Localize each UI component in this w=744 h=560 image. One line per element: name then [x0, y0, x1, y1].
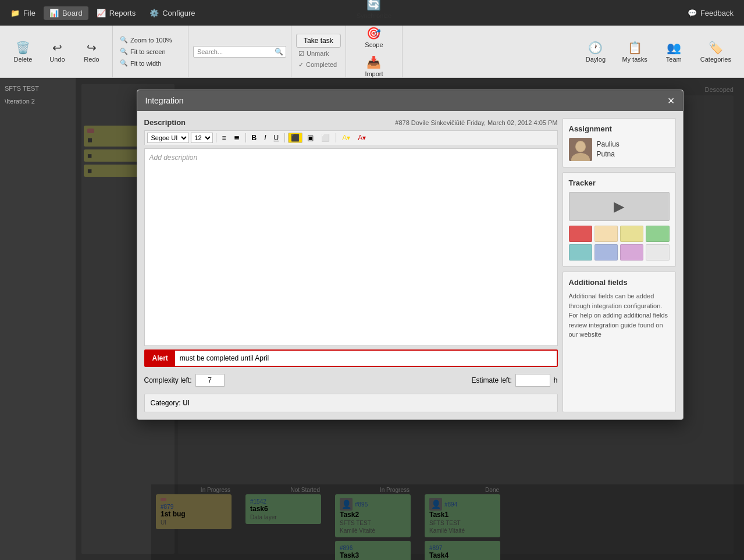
modal-title: Integration [145, 96, 184, 105]
feedback-button[interactable]: 💬 Feedback [682, 6, 739, 20]
number-list-button[interactable]: ≣ [231, 133, 243, 143]
import-button[interactable]: 📥 Import [358, 53, 390, 80]
ribbon-right-tools: 🕐 Daylog 📋 My tasks 👥 Team 🏷️ Categories [575, 26, 742, 77]
take-task-button[interactable]: Take task [296, 34, 341, 48]
complexity-input[interactable] [195, 374, 225, 387]
toolbar-separator-4 [336, 133, 336, 142]
redo-button[interactable]: ↪ Redo [76, 38, 108, 65]
avatar [569, 138, 592, 161]
italic-button[interactable]: I [261, 133, 269, 143]
color-swatch-2[interactable] [620, 226, 643, 242]
fit-width-button[interactable]: 🔍 Fit to width [118, 58, 163, 68]
scope-button[interactable]: 🎯 Scope [358, 24, 390, 51]
play-icon[interactable]: ▶ [614, 198, 624, 215]
file-icon: 📁 [10, 9, 20, 17]
modal-overlay: Integration × Description #878 Dovile Si… [76, 78, 744, 560]
align-center-button[interactable]: ▣ [304, 133, 316, 143]
text-color-button[interactable]: A▾ [355, 133, 369, 143]
feedback-icon: 💬 [688, 9, 697, 17]
integration-modal: Integration × Description #878 Dovile Si… [137, 90, 684, 420]
toolbar-separator-2 [245, 133, 246, 142]
align-left-button[interactable]: ⬛ [288, 133, 302, 143]
align-right-button[interactable]: ⬜ [318, 133, 333, 143]
completed-toggle[interactable]: ✓ Completed [296, 60, 339, 70]
file-menu[interactable]: 📁 File [5, 6, 41, 20]
tracker-play-container[interactable]: ▶ [569, 192, 670, 221]
configure-icon: ⚙️ [149, 9, 159, 17]
modal-close-button[interactable]: × [668, 95, 675, 106]
additional-fields-title: Additional fields [569, 278, 670, 287]
iteration-item[interactable]: \Iteration 2 [0, 94, 76, 108]
color-swatch-4[interactable] [569, 244, 592, 261]
daylog-button[interactable]: 🕐 Daylog [579, 38, 611, 65]
reports-menu[interactable]: 📈 Reports [91, 6, 142, 20]
color-swatch-5[interactable] [595, 244, 618, 261]
description-header: Description #878 Dovile Sinkevičiūtė Fri… [144, 118, 558, 127]
alert-row: Alert [144, 349, 558, 367]
unmark-toggle[interactable]: ☑ Unmark [296, 49, 332, 59]
editor-toolbar: Segoe UI 12 ≡ ≣ B I U [144, 130, 558, 145]
completed-icon: ✓ [298, 61, 304, 69]
search-icon: 🔍 [275, 48, 283, 56]
feedback-label: Feedback [700, 9, 734, 17]
board-icon: 📊 [49, 9, 59, 17]
editor-area[interactable]: Add description [144, 148, 558, 346]
fit-screen-button[interactable]: 🔍 Fit to screen [118, 47, 168, 56]
modal-right-panel: Assignment [563, 118, 676, 412]
font-size-select[interactable]: 12 [191, 133, 213, 143]
color-swatch-3[interactable] [646, 226, 669, 242]
modal-left-panel: Description #878 Dovile Sinkevičiūtė Fri… [144, 118, 558, 412]
undo-icon: ↩ [52, 41, 62, 55]
modal-body: Description #878 Dovile Sinkevičiūtė Fri… [137, 111, 683, 419]
ribbon-edit-section: 🗑️ Delete ↩ Undo ↪ Redo [2, 26, 113, 77]
main-area: SFTS TEST \Iteration 2 ◼ ◼ ◼ [0, 78, 744, 560]
svg-point-3 [576, 141, 585, 152]
tracker-title: Tracker [569, 179, 670, 187]
configure-label: Configure [162, 9, 195, 17]
assignee-name: Paulius Putna [597, 140, 620, 159]
estimate-input[interactable] [515, 374, 550, 387]
board-menu[interactable]: 📊 Board [44, 6, 88, 20]
alert-input[interactable] [175, 351, 557, 366]
reports-label: Reports [109, 9, 136, 17]
configure-menu[interactable]: ⚙️ Configure [144, 6, 201, 20]
alert-label: Alert [145, 351, 175, 366]
reports-icon: 📈 [97, 9, 106, 17]
modal-titlebar: Integration × [137, 90, 683, 111]
additional-fields-panel: Additional fields Additional fields can … [563, 272, 676, 412]
file-label: File [23, 9, 35, 17]
assignee-row: Paulius Putna [569, 138, 670, 161]
color-swatch-0[interactable] [569, 226, 592, 242]
font-family-select[interactable]: Segoe UI [147, 133, 189, 143]
categories-button[interactable]: 🏷️ Categories [695, 38, 737, 65]
highlight-button[interactable]: A▾ [339, 133, 353, 143]
category-value: UI [183, 399, 190, 407]
category-row: Category: UI [144, 394, 558, 412]
board-label: Board [62, 9, 83, 17]
zoom-100-button[interactable]: 🔍 Zoom to 100% [118, 35, 175, 45]
board-area: ◼ ◼ ◼ Descoped In Progress [76, 78, 744, 560]
color-grid [569, 226, 670, 261]
sync-icon: 🔄 [366, 0, 381, 11]
delete-button[interactable]: 🗑️ Delete [7, 38, 39, 65]
my-tasks-button[interactable]: 📋 My tasks [616, 38, 653, 65]
sidebar: SFTS TEST \Iteration 2 [0, 78, 76, 560]
synchronize-button[interactable]: 🔄 Synchronize [351, 0, 398, 22]
redo-icon: ↪ [87, 41, 97, 55]
color-swatch-1[interactable] [595, 226, 618, 242]
toolbar-separator-3 [284, 133, 285, 142]
underline-button[interactable]: U [271, 133, 282, 143]
fit-screen-icon: 🔍 [120, 48, 128, 55]
team-icon: 👥 [667, 41, 681, 55]
bullet-list-button[interactable]: ≡ [219, 133, 229, 143]
undo-button[interactable]: ↩ Undo [41, 38, 73, 65]
search-input[interactable] [193, 46, 286, 58]
bold-button[interactable]: B [249, 133, 260, 143]
description-label: Description [144, 118, 186, 127]
color-swatch-6[interactable] [620, 244, 643, 261]
ribbon-task-section: Take task ☑ Unmark ✓ Completed [291, 26, 346, 77]
team-button[interactable]: 👥 Team [658, 38, 690, 65]
ribbon-search-section: 🔍 [188, 26, 291, 77]
footer-row: Complexity left: Estimate left: h [144, 370, 558, 390]
color-swatch-7[interactable] [646, 244, 669, 261]
